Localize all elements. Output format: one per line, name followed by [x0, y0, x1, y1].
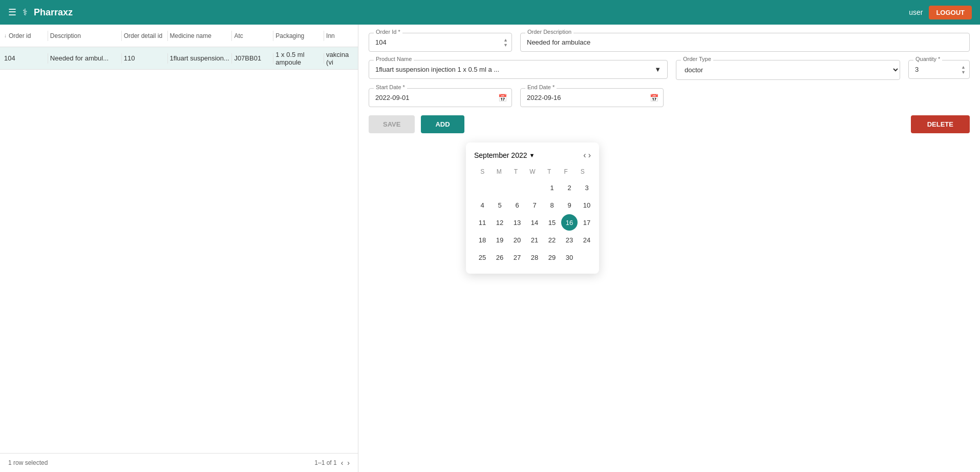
order-id-label: Order Id *	[374, 29, 402, 35]
spin-up-button[interactable]: ▲	[503, 37, 508, 42]
product-dropdown-icon: ▼	[654, 66, 661, 73]
end-date-field: End Date * 📅	[520, 88, 664, 107]
calendar-day-10[interactable]: 10	[579, 197, 595, 213]
table-header: ↓ Order id Description Order detail id M…	[0, 25, 358, 47]
sort-icon: ↓	[4, 33, 7, 38]
order-id-spinners: ▲ ▼	[503, 37, 508, 47]
row-count-label: 1 row selected	[8, 459, 48, 466]
calendar-grid: 1234567891011121314151617181920212223242…	[474, 179, 591, 265]
product-name-label: Product Name	[374, 56, 414, 62]
calendar-day-24[interactable]: 24	[579, 232, 595, 248]
table-panel: ↓ Order id Description Order detail id M…	[0, 25, 358, 472]
calendar-day-12[interactable]: 12	[492, 214, 508, 231]
calendar-day-1[interactable]: 1	[544, 179, 560, 196]
start-date-calendar-icon[interactable]: 📅	[498, 94, 507, 102]
end-date-calendar-icon[interactable]: 📅	[650, 94, 658, 102]
col-header-atc[interactable]: Atc	[234, 32, 271, 39]
col-header-detail-id[interactable]: Order detail id	[124, 32, 165, 39]
calendar-day-14[interactable]: 14	[526, 214, 543, 231]
end-date-input[interactable]	[520, 88, 664, 107]
order-id-input[interactable]	[369, 33, 512, 52]
menu-icon[interactable]: ☰	[8, 7, 16, 18]
form-panel: Order Id * ▲ ▼ Order Description Product…	[358, 25, 980, 472]
start-date-input[interactable]	[369, 88, 512, 107]
table-row[interactable]: 104 Needed for ambul... 110 1fluart susp…	[0, 47, 358, 70]
calendar-day-20[interactable]: 20	[509, 232, 525, 248]
calendar-day-empty	[579, 249, 595, 265]
start-date-field: Start Date * 📅	[369, 88, 512, 107]
add-button[interactable]: ADD	[421, 115, 464, 133]
pagination-controls: 1–1 of 1 ‹ ›	[314, 459, 350, 467]
calendar-day-21[interactable]: 21	[526, 232, 543, 248]
calendar-day-8[interactable]: 8	[544, 197, 560, 213]
col-header-medicine[interactable]: Medicine name	[170, 32, 230, 39]
calendar-month-dropdown-icon: ▼	[529, 152, 535, 158]
calendar-day-30[interactable]: 30	[561, 249, 578, 265]
cell-atc: J07BB01	[234, 54, 271, 62]
quantity-spin-down[interactable]: ▼	[961, 70, 966, 74]
divider	[273, 53, 273, 64]
divider	[167, 31, 168, 41]
calendar-day-7[interactable]: 7	[526, 197, 543, 213]
quantity-input[interactable]	[908, 60, 970, 79]
divider	[121, 53, 122, 64]
calendar-day-6[interactable]: 6	[509, 197, 525, 213]
divider	[167, 53, 168, 64]
calendar-day-3[interactable]: 3	[579, 179, 595, 196]
divider	[324, 53, 324, 64]
order-type-select[interactable]: doctor nurse pharmacist	[676, 60, 900, 80]
calendar-month-label[interactable]: September 2022 ▼	[474, 151, 535, 159]
calendar-day-17[interactable]: 17	[579, 214, 595, 231]
logout-button[interactable]: LOGOUT	[929, 6, 972, 19]
calendar-day-28[interactable]: 28	[526, 249, 543, 265]
calendar-day-9[interactable]: 9	[561, 197, 578, 213]
quantity-input-wrapper: ▲ ▼	[908, 60, 970, 79]
spin-down-button[interactable]: ▼	[503, 43, 508, 47]
main-layout: ↓ Order id Description Order detail id M…	[0, 25, 980, 472]
calendar-day-13[interactable]: 13	[509, 214, 525, 231]
calendar-prev-button[interactable]: ‹	[583, 151, 586, 160]
calendar-day-29[interactable]: 29	[544, 249, 560, 265]
quantity-field: Quantity * ▲ ▼	[908, 60, 970, 80]
header-right: user LOGOUT	[909, 6, 972, 19]
calendar-day-18[interactable]: 18	[474, 232, 491, 248]
col-header-description[interactable]: Description	[50, 32, 119, 39]
calendar-day-23[interactable]: 23	[561, 232, 578, 248]
user-label: user	[909, 8, 923, 16]
cell-description: Needed for ambul...	[50, 54, 119, 62]
calendar-day-15[interactable]: 15	[544, 214, 560, 231]
product-name-field: Product Name 1fluart suspension injectio…	[369, 60, 668, 80]
calendar-day-26[interactable]: 26	[492, 249, 508, 265]
col-header-order-id[interactable]: ↓ Order id	[4, 32, 46, 39]
col-header-packaging[interactable]: Packaging	[275, 32, 322, 39]
end-date-label: End Date *	[525, 84, 557, 90]
calendar-day-4[interactable]: 4	[474, 197, 491, 213]
save-button[interactable]: SAVE	[369, 115, 415, 133]
calendar-days-header: S M T W T F S	[474, 166, 591, 177]
product-name-dropdown[interactable]: 1fluart suspension injection 1 x 0.5 ml …	[369, 60, 668, 79]
quantity-spin-up[interactable]: ▲	[961, 65, 966, 69]
calendar-day-5[interactable]: 5	[492, 197, 508, 213]
calendar-day-22[interactable]: 22	[544, 232, 560, 248]
calendar-day-16[interactable]: 16	[561, 214, 578, 231]
form-row-2: Product Name 1fluart suspension injectio…	[369, 60, 970, 80]
col-header-inn[interactable]: Inn	[326, 32, 354, 39]
divider	[273, 31, 273, 41]
divider	[121, 31, 122, 41]
calendar-day-2[interactable]: 2	[561, 179, 578, 196]
day-header-t1: T	[507, 166, 524, 177]
pagination-next-button[interactable]: ›	[347, 459, 350, 467]
delete-button[interactable]: DELETE	[911, 115, 970, 133]
calendar-day-25[interactable]: 25	[474, 249, 491, 265]
logo-icon: ⚕	[23, 7, 28, 18]
order-description-label: Order Description	[525, 29, 573, 35]
order-description-input[interactable]	[520, 33, 970, 52]
header-left: ☰ ⚕ Pharraxz	[8, 7, 73, 18]
day-header-f: F	[558, 166, 574, 177]
calendar-next-button[interactable]: ›	[588, 151, 591, 160]
calendar-day-27[interactable]: 27	[509, 249, 525, 265]
pagination-prev-button[interactable]: ‹	[341, 459, 344, 467]
calendar-day-11[interactable]: 11	[474, 214, 491, 231]
calendar-day-19[interactable]: 19	[492, 232, 508, 248]
divider	[48, 31, 48, 41]
